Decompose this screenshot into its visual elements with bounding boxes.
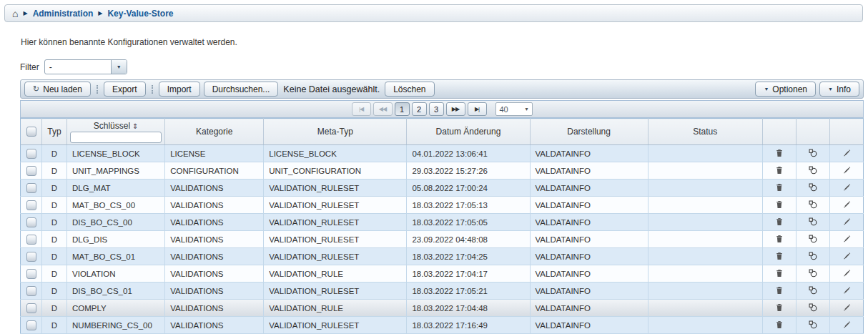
copy-icon[interactable] (808, 217, 818, 227)
row-checkbox-cell (21, 162, 42, 180)
table-row[interactable]: DUNIT_MAPPINGSCONFIGURATIONUNIT_CONFIGUR… (21, 162, 864, 180)
first-page-button[interactable]: |◀ (352, 102, 371, 116)
delete-icon[interactable] (774, 251, 784, 261)
cell-typ: D (42, 317, 67, 334)
row-checkbox[interactable] (26, 217, 36, 227)
cell-typ: D (42, 283, 67, 300)
copy-icon[interactable] (808, 251, 818, 261)
row-checkbox[interactable] (26, 149, 36, 159)
copy-icon[interactable] (808, 165, 818, 175)
delete-icon[interactable] (774, 148, 784, 158)
table-row[interactable]: DVIOLATIONVALIDATIONSVALIDATION_RULE18.0… (21, 265, 864, 283)
row-checkbox[interactable] (26, 320, 36, 330)
cell-meta-typ: VALIDATION_RULESET (264, 283, 407, 300)
export-button[interactable]: Export (104, 82, 146, 97)
delete-icon[interactable] (774, 182, 784, 192)
copy-icon[interactable] (808, 234, 818, 244)
cell-status (648, 283, 762, 300)
table-row[interactable]: DCOMPLYVALIDATIONSVALIDATION_RULE18.03.2… (21, 300, 864, 317)
table-row[interactable]: DDLG_DISVALIDATIONSVALIDATION_RULESET23.… (21, 231, 864, 248)
column-header-schluessel[interactable]: Schlüssel⇕ (67, 119, 165, 145)
info-button-label: Info (837, 84, 851, 94)
table-row[interactable]: DDIS_BO_CS_01VALIDATIONSVALIDATION_RULES… (21, 283, 864, 300)
row-checkbox-cell (21, 145, 42, 162)
row-checkbox[interactable] (26, 252, 36, 262)
row-checkbox[interactable] (26, 269, 36, 279)
schluessel-filter-input[interactable] (70, 132, 162, 143)
delete-icon[interactable] (774, 234, 784, 244)
page-button-1[interactable]: 1 (395, 102, 410, 116)
copy-icon[interactable] (808, 268, 818, 278)
chevron-down-icon[interactable]: ▼ (111, 60, 127, 74)
table-row[interactable]: DDLG_MATVALIDATIONSVALIDATION_RULESET05.… (21, 180, 864, 197)
row-checkbox-cell (21, 197, 42, 214)
edit-icon[interactable] (842, 234, 852, 244)
copy-icon[interactable] (808, 303, 818, 313)
page-button-2[interactable]: 2 (412, 102, 427, 116)
page-size-select[interactable]: 40 ▾ (495, 102, 533, 116)
copy-icon[interactable] (808, 285, 818, 295)
edit-action-cell (829, 231, 863, 248)
edit-icon[interactable] (842, 148, 852, 158)
breadcrumb-item-key-value-store[interactable]: Key-Value-Store (107, 9, 173, 19)
edit-icon[interactable] (842, 165, 852, 175)
delete-icon[interactable] (774, 303, 784, 313)
edit-icon[interactable] (842, 217, 852, 227)
filter-select[interactable]: - ▼ (44, 59, 127, 74)
delete-button[interactable]: Löschen (385, 82, 434, 97)
cell-darstellung: VALDATAINFO (530, 197, 648, 214)
row-checkbox[interactable] (26, 235, 36, 245)
cell-status (648, 180, 762, 197)
import-button[interactable]: Import (159, 82, 200, 97)
home-icon[interactable]: ⌂ (12, 9, 18, 19)
edit-icon[interactable] (842, 320, 852, 330)
cell-meta-typ: VALIDATION_RULE (264, 265, 407, 283)
table-row[interactable]: DLICENSE_BLOCKLICENSELICENSE_BLOCK04.01.… (21, 145, 864, 162)
row-checkbox[interactable] (26, 303, 36, 313)
copy-icon[interactable] (808, 182, 818, 192)
reload-button[interactable]: ↻ Neu laden (24, 82, 91, 97)
refresh-icon: ↻ (33, 85, 39, 93)
cell-datum-aenderung: 18.03.2022 17:04:48 (407, 300, 530, 317)
edit-icon[interactable] (842, 268, 852, 278)
copy-icon[interactable] (808, 320, 818, 330)
page-button-3[interactable]: 3 (429, 102, 444, 116)
fast-rewind-button[interactable]: ◀◀ (373, 102, 393, 116)
table-row[interactable]: DMAT_BO_CS_00VALIDATIONSVALIDATION_RULES… (21, 197, 864, 214)
table-row[interactable]: DMAT_BO_CS_01VALIDATIONSVALIDATION_RULES… (21, 248, 864, 265)
last-page-button[interactable]: ▶| (468, 102, 487, 116)
table-row[interactable]: DNUMBERING_CS_00VALIDATIONSVALIDATION_RU… (21, 317, 864, 334)
table-row[interactable]: DDIS_BO_CS_00VALIDATIONSVALIDATION_RULES… (21, 214, 864, 231)
sort-icon[interactable]: ⇕ (132, 122, 138, 130)
info-menu-button[interactable]: ▼ Info (819, 82, 859, 97)
row-checkbox[interactable] (26, 183, 36, 193)
edit-icon[interactable] (842, 200, 852, 210)
chevron-down-icon: ▾ (525, 106, 528, 112)
breadcrumb-separator-icon: ▶ (98, 11, 102, 16)
row-checkbox[interactable] (26, 286, 36, 296)
breadcrumb-item-administration[interactable]: Administration (33, 9, 94, 19)
edit-icon[interactable] (842, 285, 852, 295)
edit-icon[interactable] (842, 251, 852, 261)
delete-icon[interactable] (774, 320, 784, 330)
options-menu-button[interactable]: ▼ Optionen (755, 82, 816, 97)
delete-icon[interactable] (774, 200, 784, 210)
table-header-row: Typ Schlüssel⇕ Kategorie Meta-Typ Datum … (21, 119, 864, 145)
delete-icon[interactable] (774, 285, 784, 295)
select-all-checkbox[interactable] (26, 127, 36, 137)
copy-icon[interactable] (808, 200, 818, 210)
copy-icon[interactable] (808, 148, 818, 158)
cell-kategorie: VALIDATIONS (165, 283, 264, 300)
delete-icon[interactable] (774, 165, 784, 175)
row-checkbox[interactable] (26, 166, 36, 176)
edit-icon[interactable] (842, 303, 852, 313)
cell-meta-typ: VALIDATION_RULE (264, 300, 407, 317)
delete-icon[interactable] (774, 217, 784, 227)
copy-action-cell (796, 145, 829, 162)
delete-icon[interactable] (774, 268, 784, 278)
row-checkbox[interactable] (26, 200, 36, 210)
cell-datum-aenderung: 18.03.2022 17:05:13 (407, 197, 530, 214)
edit-icon[interactable] (842, 182, 852, 192)
fast-forward-button[interactable]: ▶▶ (446, 102, 465, 116)
browse-file-button[interactable]: Durchsuchen... (204, 82, 279, 97)
